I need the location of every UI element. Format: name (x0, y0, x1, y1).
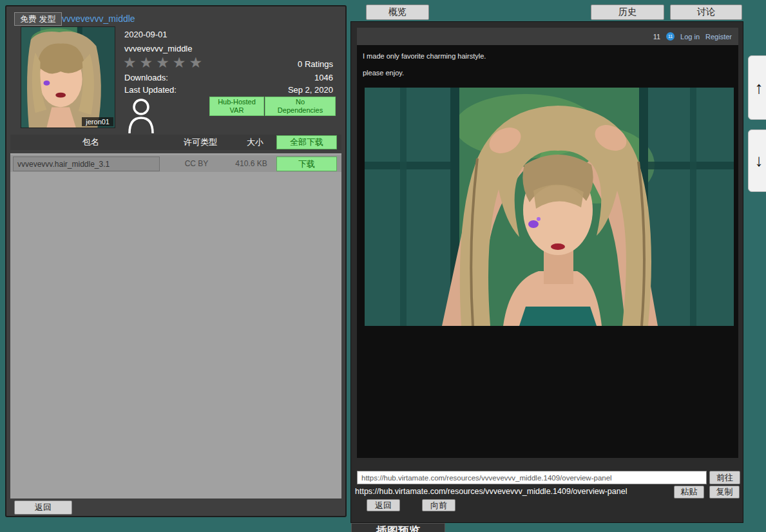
last-updated-row: Last Updated: Sep 2, 2020 (124, 85, 333, 95)
web-browser-panel: 11 11 Log in Register I made only favori… (350, 21, 743, 523)
license-cell: CC BY (161, 159, 232, 168)
resource-preview-image[interactable] (365, 88, 734, 326)
screen: 免费 发型 vvvevevvv_middle jeron01 2020-09-0… (0, 0, 766, 532)
scroll-down-button[interactable]: ↓ (748, 129, 766, 192)
paste-button[interactable]: 粘贴 (674, 486, 704, 499)
release-date: 2020-09-01 (124, 30, 168, 39)
browser-forward-button[interactable]: 向前 (422, 499, 455, 511)
thumbnail-image (21, 27, 115, 128)
current-url-text: https://hub.virtamate.com/resources/vvve… (355, 487, 627, 496)
counter-value: 11 (653, 33, 660, 41)
download-button[interactable]: 下载 (276, 157, 337, 171)
column-package-name: 包名 (62, 137, 120, 148)
url-input[interactable] (357, 471, 707, 484)
resource-info-panel: 免费 发型 vvvevevvv_middle jeron01 2020-09-0… (5, 5, 347, 517)
web-page-header: 11 11 Log in Register (357, 28, 738, 45)
webview: 11 11 Log in Register I made only favori… (357, 28, 738, 458)
creator-name: jeron01 (82, 117, 113, 126)
column-size: 大小 (233, 137, 278, 148)
no-dependencies-badge: No Dependencies (265, 97, 336, 116)
column-license-type: 许可类型 (165, 137, 236, 148)
package-list-area (10, 153, 341, 499)
downloads-value: 1046 (314, 73, 333, 82)
last-updated-value: Sep 2, 2020 (288, 85, 333, 95)
package-name-cell[interactable]: vvvevevvv.hair_middle_3.1 (13, 157, 160, 171)
preview-image (365, 88, 734, 326)
copy-button[interactable]: 复制 (709, 486, 740, 499)
register-link[interactable]: Register (705, 33, 732, 41)
arrow-down-icon: ↓ (755, 151, 763, 171)
resource-thumbnail[interactable]: jeron01 (21, 26, 115, 128)
resource-subtitle: vvvevevvv_middle (124, 44, 193, 53)
image-preview-button[interactable]: 插图预览 (351, 523, 445, 532)
download-all-button[interactable]: 全部下载 (276, 135, 337, 149)
tab-history[interactable]: 历史 (591, 5, 664, 20)
scroll-up-button[interactable]: ↑ (748, 55, 766, 120)
description-line-1: I made only favorite charming hairstyle. (363, 52, 486, 60)
panel-back-button[interactable]: 返回 (14, 500, 72, 515)
tab-discussion[interactable]: 讨论 (670, 5, 742, 20)
resource-title: vvvevevvv_middle (62, 14, 135, 24)
size-cell: 410.6 KB (229, 159, 274, 168)
login-link[interactable]: Log in (680, 33, 700, 41)
downloads-row: Downloads: 1046 (124, 73, 333, 82)
hub-hosted-var-badge: Hub-Hosted VAR (209, 97, 264, 116)
notification-badge-icon: 11 (666, 32, 675, 41)
tab-overview[interactable]: 概览 (366, 5, 429, 20)
browser-back-button[interactable]: 返回 (367, 499, 400, 511)
category-badge[interactable]: 免费 发型 (14, 12, 62, 26)
no-dependencies-label: No Dependencies (274, 98, 326, 114)
go-button[interactable]: 前往 (709, 471, 740, 484)
description-line-2: please enjoy. (363, 69, 404, 77)
last-updated-label: Last Updated: (124, 85, 177, 95)
ratings-count: 0 Ratings (298, 59, 333, 69)
star-rating-icons[interactable]: ★★★★★ (123, 54, 206, 71)
person-icon (126, 97, 156, 133)
downloads-label: Downloads: (124, 73, 168, 82)
arrow-up-icon: ↑ (755, 78, 763, 98)
